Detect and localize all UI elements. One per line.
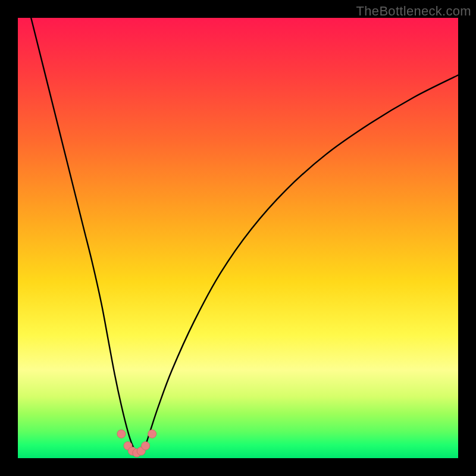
bottleneck-curve xyxy=(31,18,458,454)
curve-marker xyxy=(117,430,126,438)
chart-frame: TheBottleneck.com xyxy=(0,0,476,476)
curve-layer xyxy=(18,18,458,458)
curve-marker xyxy=(142,441,150,450)
curve-marker xyxy=(148,430,156,438)
watermark-text: TheBottleneck.com xyxy=(356,4,471,19)
marker-group xyxy=(117,430,156,457)
